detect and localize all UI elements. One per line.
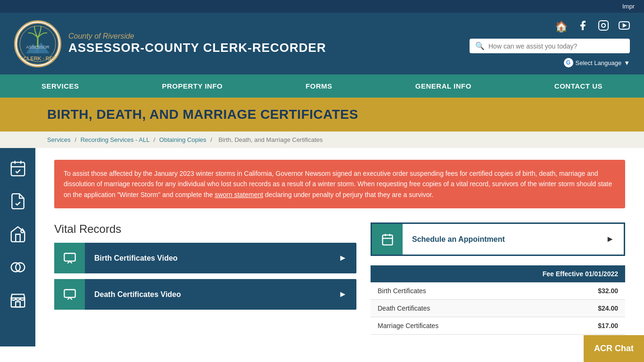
- translate-dropdown-icon[interactable]: ▼: [624, 59, 630, 66]
- fee-row-birth: Birth Certificates $32.00: [371, 282, 625, 300]
- youtube-icon[interactable]: [619, 20, 630, 34]
- fee-row-birth-service: Birth Certificates: [371, 282, 487, 300]
- nav-services[interactable]: SERVICES: [27, 74, 93, 98]
- translate-bar[interactable]: G Select Language ▼: [564, 58, 630, 67]
- content-area: To assist those affected by the January …: [35, 148, 644, 346]
- fee-row-death-fee: $24.00: [487, 300, 625, 317]
- svg-marker-7: [623, 24, 626, 27]
- top-bar-text: Impr: [622, 3, 635, 10]
- sidebar-document-check-icon[interactable]: [2, 186, 33, 216]
- fee-table: Fee Effective 01/01/2022 Birth Certifica…: [371, 265, 625, 335]
- death-video-icon: [54, 279, 85, 310]
- acr-chat-button[interactable]: ACR Chat: [584, 335, 644, 346]
- svg-rect-16: [16, 302, 20, 307]
- top-bar: Impr: [0, 0, 644, 13]
- google-icon: G: [564, 58, 573, 67]
- fee-row-marriage: Marriage Certificates $17.00: [371, 317, 625, 335]
- right-column: Schedule an Appointment ► Fee Effective …: [371, 222, 625, 335]
- left-column: Vital Records Birth Certificates Video ►…: [54, 222, 356, 335]
- nav-contact-us[interactable]: CONTACT US: [540, 74, 617, 98]
- alert-box: To assist those affected by the January …: [54, 160, 625, 208]
- logo-svg: COUNTY CLERK · RECORDER ASSESSOR: [17, 23, 59, 65]
- search-input[interactable]: [488, 42, 624, 50]
- search-icon: 🔍: [475, 41, 485, 50]
- translate-label[interactable]: Select Language: [576, 59, 622, 66]
- header-right: 🏠 🔍 G Select Language ▼: [470, 20, 630, 67]
- svg-rect-18: [64, 289, 75, 297]
- breadcrumb-recording[interactable]: Recording Services - ALL: [81, 136, 149, 143]
- main-wrapper: To assist those affected by the January …: [0, 148, 644, 346]
- fee-row-death: Death Certificates $24.00: [371, 300, 625, 317]
- page-title: BIRTH, DEATH, AND MARRIAGE CERTIFICATES: [47, 107, 597, 122]
- sidebar-rings-icon[interactable]: [2, 252, 33, 282]
- header-logo: COUNTY CLERK · RECORDER ASSESSOR County …: [14, 20, 326, 67]
- svg-rect-5: [599, 21, 608, 30]
- fee-table-fee-header: Fee Effective 01/01/2022: [487, 265, 625, 282]
- breadcrumb-services[interactable]: Services: [47, 136, 71, 143]
- nav-property-info[interactable]: PROPERTY INFO: [148, 74, 237, 98]
- nav-forms[interactable]: FORMS: [291, 74, 347, 98]
- svg-text:COUNTY CLERK · RECORDER: COUNTY CLERK · RECORDER: [17, 56, 59, 61]
- acr-chat-label: ACR Chat: [594, 344, 634, 346]
- vital-records-title: Vital Records: [54, 222, 356, 236]
- birth-certificates-video-card[interactable]: Birth Certificates Video ►: [54, 243, 356, 273]
- appointment-arrow: ►: [596, 234, 624, 244]
- birth-video-label: Birth Certificates Video: [85, 254, 329, 263]
- death-video-arrow: ►: [329, 289, 356, 299]
- birth-video-arrow: ►: [329, 253, 356, 263]
- breadcrumb: Services / Recording Services - ALL / Ob…: [0, 132, 644, 148]
- birth-video-icon: [54, 243, 85, 273]
- nav-general-info[interactable]: GENERAL INFO: [401, 74, 486, 98]
- page-title-banner: BIRTH, DEATH, AND MARRIAGE CERTIFICATES: [0, 98, 644, 132]
- appointment-card[interactable]: Schedule an Appointment ►: [371, 222, 625, 256]
- breadcrumb-current: Birth, Death, and Marriage Certificates: [218, 136, 322, 143]
- fee-row-marriage-service: Marriage Certificates: [371, 317, 487, 335]
- fee-table-service-header: [371, 265, 487, 282]
- fee-row-death-service: Death Certificates: [371, 300, 487, 317]
- search-bar: 🔍: [470, 39, 630, 53]
- header: COUNTY CLERK · RECORDER ASSESSOR County …: [0, 13, 644, 74]
- death-video-label: Death Certificates Video: [85, 290, 329, 299]
- sidebar-calendar-icon[interactable]: [2, 153, 33, 183]
- county-name: County of Riverside: [68, 32, 326, 41]
- sidebar-house-icon[interactable]: [2, 219, 33, 249]
- logo-circle: COUNTY CLERK · RECORDER ASSESSOR: [14, 20, 61, 67]
- sworn-statement-link[interactable]: sworn statement: [215, 191, 263, 198]
- svg-rect-8: [11, 162, 25, 176]
- svg-rect-19: [382, 235, 392, 245]
- main-nav: SERVICES PROPERTY INFO FORMS GENERAL INF…: [0, 74, 644, 98]
- fee-row-birth-fee: $32.00: [487, 282, 625, 300]
- header-icons: 🏠: [555, 20, 630, 34]
- instagram-icon[interactable]: [598, 20, 609, 34]
- svg-text:ASSESSOR: ASSESSOR: [26, 45, 50, 49]
- appointment-icon: [372, 224, 403, 255]
- appointment-label: Schedule an Appointment: [403, 235, 596, 244]
- breadcrumb-obtaining[interactable]: Obtaining Copies: [159, 136, 206, 143]
- sidebar-store-icon[interactable]: [2, 285, 33, 315]
- sidebar-icons: [0, 148, 35, 346]
- logo-text-group: County of Riverside ASSESSOR-COUNTY CLER…: [68, 32, 326, 55]
- facebook-icon[interactable]: [577, 20, 588, 34]
- fee-row-marriage-fee: $17.00: [487, 317, 625, 335]
- death-certificates-video-card[interactable]: Death Certificates Video ►: [54, 279, 356, 310]
- svg-point-12: [21, 230, 24, 232]
- svg-rect-17: [64, 253, 75, 261]
- alert-text: To assist those affected by the January …: [64, 170, 612, 198]
- home-icon[interactable]: 🏠: [555, 21, 568, 33]
- org-name: ASSESSOR-COUNTY CLERK-RECORDER: [68, 41, 326, 55]
- two-col-layout: Vital Records Birth Certificates Video ►…: [54, 222, 625, 335]
